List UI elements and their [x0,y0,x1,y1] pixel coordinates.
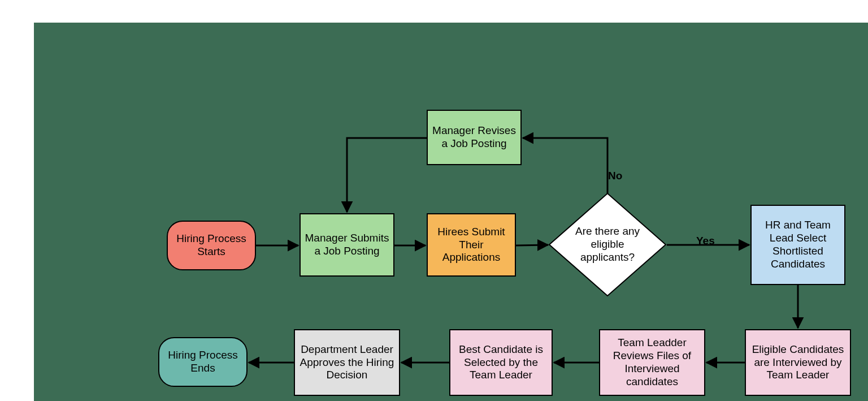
node-interview: Eligible Candidates are Interviewed by T… [745,329,851,396]
node-approve: Department Leader Approves the Hiring De… [294,329,400,396]
flowchart-canvas: Hiring Process Starts Manager Submits a … [0,0,868,401]
node-submit-job-label: Manager Submits a Job Posting [304,232,390,258]
node-review-files-label: Team Leadder Reviews Files of Interviewe… [604,337,701,388]
edge-label-no: No [608,170,622,182]
node-approve-label: Department Leader Approves the Hiring De… [298,343,396,382]
node-start-label: Hiring Process Starts [171,232,251,258]
node-revise-job-label: Manager Revises a Job Posting [431,124,517,150]
node-submit-job: Manager Submits a Job Posting [300,213,394,277]
node-decision: Are there any eligible applicants? [548,192,667,297]
edge-label-yes: Yes [696,235,715,247]
node-hirees-label: Hirees Submit Their Applications [431,226,511,264]
node-start: Hiring Process Starts [167,221,256,270]
node-interview-label: Eligible Candidates are Interviewed by T… [749,343,847,382]
node-shortlist-label: HR and Team Lead Select Shortlisted Cand… [755,219,841,270]
node-hirees: Hirees Submit Their Applications [427,213,516,277]
node-revise-job: Manager Revises a Job Posting [427,110,522,165]
node-shortlist: HR and Team Lead Select Shortlisted Cand… [750,205,845,285]
node-end: Hiring Process Ends [158,337,248,387]
node-best-candidate: Best Candidate is Selected by the Team L… [449,329,553,396]
node-review-files: Team Leadder Reviews Files of Interviewe… [599,329,705,396]
node-decision-label: Are there any eligible applicants? [564,225,651,264]
node-best-candidate-label: Best Candidate is Selected by the Team L… [454,343,548,382]
node-end-label: Hiring Process Ends [163,349,243,375]
